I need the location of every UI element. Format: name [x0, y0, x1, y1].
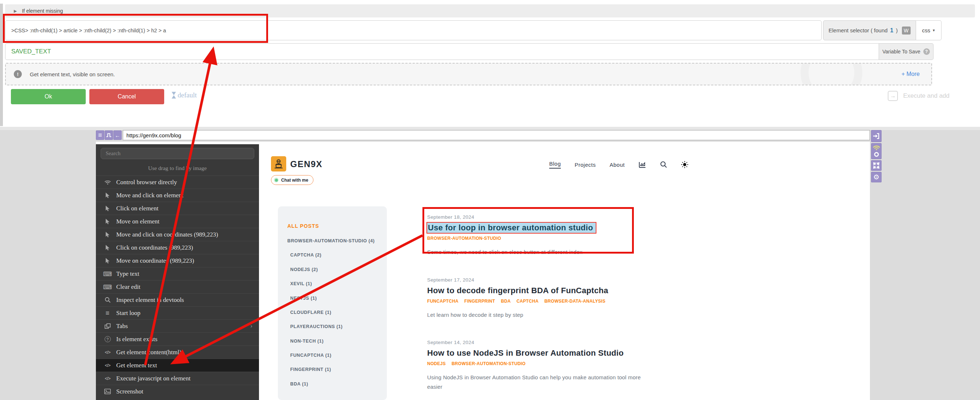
menu-item-move-and-click-on-element[interactable]: Move and click on element: [96, 188, 259, 202]
menu-search-input[interactable]: [100, 148, 254, 159]
ok-button[interactable]: Ok: [11, 89, 86, 104]
execute-label: Execute and add: [903, 92, 950, 100]
all-posts-link[interactable]: ALL POSTS: [287, 223, 378, 229]
execute-and-add-button[interactable]: → Execute and add: [888, 91, 950, 101]
url-input[interactable]: [123, 130, 870, 140]
fullscreen-button[interactable]: [871, 160, 881, 171]
menu-item-start-loop[interactable]: ≡ Start loop: [96, 306, 259, 319]
menu-item-screenshot[interactable]: Screenshot: [96, 385, 259, 398]
accordion-label: If element missing: [22, 8, 63, 14]
post-item: September 18, 2024 Use for loop in brows…: [427, 214, 642, 257]
help-icon[interactable]: ?: [923, 48, 930, 55]
keyboard-icon: ⌨: [104, 284, 111, 291]
menu-item-clear-edit[interactable]: ⌨ Clear edit: [96, 280, 259, 293]
category-link[interactable]: NON-TECH (1): [287, 338, 378, 345]
menu-item-label: Move and click on element: [116, 192, 183, 199]
enter-arrow-icon: [872, 132, 880, 140]
category-link[interactable]: BROWSER-AUTOMATION-STUDIO (4): [287, 237, 378, 244]
menu-item-move-on-coordinates[interactable]: Move on coordinates (989,223): [96, 254, 259, 267]
menu-item-label: Type text: [116, 270, 139, 277]
chat-with-me-badge[interactable]: Chat with me: [271, 175, 313, 185]
menu-item-click-on-coordinates[interactable]: Click on coordinates (989,223): [96, 241, 259, 254]
post-tag[interactable]: CAPTCHA: [517, 299, 539, 304]
back-button[interactable]: ←: [113, 131, 122, 140]
category-link[interactable]: CLOUDFLARE (1): [287, 309, 378, 316]
w-badge-icon[interactable]: W: [902, 27, 911, 35]
cursor-icon: [104, 244, 111, 251]
category-link[interactable]: FUNCAPTCHA (1): [287, 352, 378, 359]
gear-icon: ⚙: [873, 174, 880, 180]
menu-item-label: Click on coordinates (989,223): [116, 244, 193, 252]
code-icon: </>: [104, 376, 111, 381]
nav-projects[interactable]: Projects: [574, 162, 596, 168]
category-link[interactable]: NODEJS (2): [287, 266, 378, 273]
network-record-button[interactable]: [871, 143, 881, 159]
panel-left-edge: [0, 4, 3, 126]
menu-item-tabs[interactable]: Tabs ›: [96, 319, 259, 332]
post-title-link[interactable]: How to decode fingerprint BDA of FunCapt…: [427, 286, 642, 295]
back-arrow-icon: ←: [115, 132, 120, 139]
category-link[interactable]: CAPTCHA (2): [287, 252, 378, 259]
post-tag[interactable]: FINGERPRINT: [464, 299, 495, 304]
browser-menu-button[interactable]: ≡: [96, 131, 104, 140]
variable-to-save-input[interactable]: [5, 43, 879, 60]
settings-button[interactable]: ⚙: [871, 172, 881, 182]
post-title-link[interactable]: How to use NodeJS in Browser Automation …: [427, 348, 642, 358]
nav-blog[interactable]: Blog: [549, 161, 561, 169]
selected-text-highlight: Use for loop in browser automation studi…: [427, 223, 596, 233]
post-tag[interactable]: NODEJS: [427, 361, 446, 366]
category-link[interactable]: XEVIL (1): [287, 280, 378, 287]
cancel-button[interactable]: Cancel: [89, 89, 164, 104]
menu-item-click-on-element[interactable]: Click on element: [96, 202, 259, 215]
menu-item-execute-javascript-on-element[interactable]: </> Execute javascript on element: [96, 372, 259, 385]
element-selector-input[interactable]: [5, 20, 822, 40]
attach-browser-button[interactable]: [871, 130, 881, 142]
search-icon[interactable]: [660, 161, 667, 168]
cursor-icon: [104, 192, 111, 198]
step-button[interactable]: [105, 131, 113, 140]
selector-addon-group: Element selector ( found 1 ) W css ▾: [823, 20, 942, 40]
post-title-link[interactable]: Use for loop in browser automation studi…: [427, 223, 642, 233]
category-link[interactable]: FINGERPRINT (1): [287, 366, 378, 373]
menu-item-label: Screenshot: [116, 388, 143, 395]
categories-card: ALL POSTS BROWSER-AUTOMATION-STUDIO (4) …: [278, 206, 387, 400]
post-tag[interactable]: FUNCAPTCHA: [427, 299, 458, 304]
screen: ▶ If element missing Element selector ( …: [0, 0, 980, 400]
menu-item-move-and-click-on-coordinates[interactable]: Move and click on coordinates (989,223): [96, 228, 259, 241]
hourglass-icon: [171, 91, 177, 100]
step-icon: [106, 132, 112, 138]
menu-item-get-element-content-html[interactable]: </> Get element content(html): [96, 346, 259, 359]
post-tag[interactable]: BROWSER-AUTOMATION-STUDIO: [427, 236, 501, 241]
post-item: September 14, 2024 How to use NodeJS in …: [427, 340, 642, 392]
info-icon: !: [14, 70, 22, 78]
menu-item-type-text[interactable]: ⌨ Type text: [96, 267, 259, 280]
menu-item-label: Execute javascript on element: [116, 375, 190, 382]
menu-item-move-on-element[interactable]: Move on element: [96, 215, 259, 228]
cursor-icon: [104, 258, 111, 264]
default-toggle[interactable]: default: [171, 91, 197, 100]
site-brand[interactable]: GEN9X: [290, 159, 323, 169]
category-link[interactable]: PLAYERAUCTIONS (1): [287, 324, 378, 330]
coder-logo-icon: [273, 158, 285, 170]
analytics-icon[interactable]: [639, 161, 646, 168]
post-tag[interactable]: BDA: [501, 299, 511, 304]
menu-item-label: Control browser directly: [116, 179, 177, 186]
menu-item-inspect-element-in-devtools[interactable]: Inspect element in devtools: [96, 293, 259, 306]
category-link[interactable]: NESTJS (1): [287, 295, 378, 302]
element-selector-label: Element selector ( found 1 ) W: [823, 20, 916, 40]
post-tag[interactable]: BROWSER-AUTOMATION-STUDIO: [452, 361, 526, 366]
selector-type-dropdown[interactable]: css ▾: [916, 20, 942, 40]
menu-item-get-element-text[interactable]: </> Get element text: [96, 359, 259, 372]
theme-toggle-icon[interactable]: [681, 161, 688, 168]
online-status-icon: [274, 178, 278, 182]
site-logo[interactable]: [271, 156, 286, 172]
menu-item-control-browser-directly[interactable]: Control browser directly: [96, 175, 259, 188]
if-element-missing-accordion[interactable]: ▶ If element missing: [5, 4, 975, 18]
more-link[interactable]: + More: [902, 71, 920, 77]
category-link[interactable]: BDA (1): [287, 381, 378, 388]
nav-about[interactable]: About: [609, 162, 625, 168]
menu-item-label: Inspect element in devtools: [116, 296, 184, 304]
post-tag[interactable]: BROWSER-DATA-ANALYSIS: [544, 299, 606, 304]
action-description: Get element text, visible on screen.: [30, 71, 115, 77]
menu-item-is-element-exists[interactable]: ? Is element exists: [96, 332, 259, 346]
